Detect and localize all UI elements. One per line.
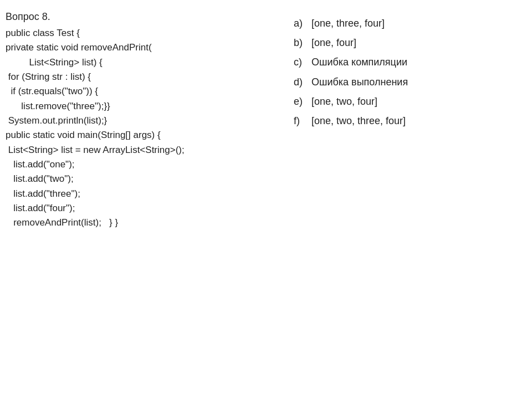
answer-label: d): [294, 75, 311, 89]
answer-label: c): [294, 55, 311, 69]
answer-text: Ошибка компиляции: [311, 55, 526, 69]
answer-item: e)[one, two, four]: [294, 95, 526, 109]
answer-item: f)[one, two, three, four]: [294, 114, 526, 128]
answer-text: Ошибка выполнения: [311, 75, 526, 89]
answer-text: [one, two, three, four]: [311, 114, 526, 128]
answer-list: a)[one, three, four]b)[one, four]c)Ошибк…: [294, 17, 526, 128]
right-panel: a)[one, three, four]b)[one, four]c)Ошибк…: [283, 11, 526, 393]
answer-label: b): [294, 36, 311, 50]
answer-label: f): [294, 114, 311, 128]
answer-text: [one, two, four]: [311, 95, 526, 109]
answer-text: [one, three, four]: [311, 17, 526, 30]
question-title: Вопрос 8.: [6, 11, 272, 23]
left-panel: Вопрос 8. public class Test { private st…: [6, 11, 283, 393]
answer-label: a): [294, 17, 311, 30]
answer-item: a)[one, three, four]: [294, 17, 526, 30]
page-container: Вопрос 8. public class Test { private st…: [0, 0, 532, 399]
answer-item: b)[one, four]: [294, 36, 526, 50]
answer-label: e): [294, 95, 311, 109]
answer-item: c)Ошибка компиляции: [294, 55, 526, 69]
code-block: public class Test { private static void …: [6, 26, 272, 231]
answer-text: [one, four]: [311, 36, 526, 50]
answer-item: d)Ошибка выполнения: [294, 75, 526, 89]
